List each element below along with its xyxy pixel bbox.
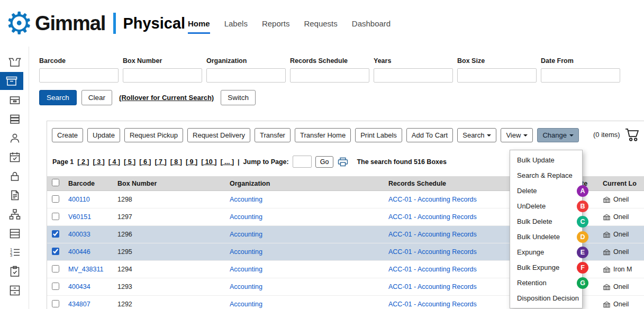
organization-link[interactable]: Accounting (230, 301, 262, 308)
menu-item-bulk-expunge[interactable]: Bulk Expunge (510, 260, 582, 275)
box-number-cell: 1292 (115, 296, 228, 309)
menu-item-delete[interactable]: Delete (510, 183, 582, 198)
page-link[interactable]: [ 2 ] (77, 158, 89, 166)
organization-link[interactable]: Accounting (230, 213, 262, 221)
menu-item-disposition-decision[interactable]: Disposition Decision (510, 290, 582, 306)
date-from-input[interactable] (541, 68, 620, 83)
numbered-list-icon[interactable]: 123 (0, 243, 29, 262)
cart-items-count: (0 items) (593, 131, 620, 139)
page-link[interactable]: [ 8 ] (170, 158, 182, 166)
barcode-link[interactable]: 400434 (68, 283, 90, 290)
records-schedule-link[interactable]: ACC-01 - Accounting Records (388, 248, 477, 256)
page-link[interactable]: [ 7 ] (155, 158, 166, 166)
years-input[interactable] (374, 68, 453, 83)
barcode-link[interactable]: V60151 (68, 213, 91, 221)
search-menu-button[interactable]: Search (457, 128, 496, 142)
select-all-checkbox[interactable] (52, 179, 59, 186)
page-link[interactable]: [ 10 ] (201, 158, 216, 166)
page-link[interactable]: [ 6 ] (139, 158, 151, 166)
page-link[interactable]: [ 4 ] (108, 158, 120, 166)
transfer-button[interactable]: Transfer (255, 128, 291, 142)
organization-input[interactable] (206, 68, 286, 83)
page-link[interactable]: [ 5 ] (124, 158, 135, 166)
search-button[interactable]: Search (39, 90, 77, 105)
clipboard-icon[interactable] (0, 262, 29, 281)
barcode-link[interactable]: 434807 (68, 301, 90, 308)
menu-item-expunge[interactable]: Expunge (510, 244, 582, 260)
barcode-link[interactable]: 400110 (68, 196, 90, 203)
archive-box-icon[interactable] (0, 72, 23, 90)
change-menu-button[interactable]: Change (537, 128, 579, 142)
row-checkbox[interactable] (52, 195, 59, 203)
jump-to-page-input[interactable] (293, 156, 312, 168)
printer-icon[interactable] (337, 157, 349, 167)
row-checkbox[interactable] (52, 230, 59, 238)
request-delivery-button[interactable]: Request Delivery (187, 128, 250, 142)
nav-item-requests[interactable]: Requests (304, 19, 337, 34)
go-button[interactable]: Go (315, 156, 334, 168)
transfer-home-button[interactable]: Transfer Home (295, 128, 351, 142)
view-menu-button[interactable]: View (501, 128, 533, 142)
barcode-link[interactable]: 400033 (68, 231, 90, 238)
nav-item-reports[interactable]: Reports (262, 19, 290, 34)
records-schedule-link[interactable]: ACC-01 - Accounting Records (388, 266, 477, 273)
organization-link[interactable]: Accounting (230, 266, 262, 273)
page-link[interactable]: [ 3 ] (93, 158, 105, 166)
building-icon (603, 266, 611, 273)
menu-item-bulk-undelete[interactable]: Bulk Undelete (510, 229, 582, 244)
barcode-link[interactable]: 400446 (68, 248, 90, 256)
menu-item-retention[interactable]: Retention (510, 275, 582, 290)
sitemap-icon[interactable] (0, 205, 29, 224)
menu-item-undelete[interactable]: UnDelete (510, 198, 582, 214)
menu-item-bulk-delete[interactable]: Bulk Delete (510, 214, 582, 229)
rollover-current-search-link[interactable]: (Rollover for Current Search) (119, 94, 214, 102)
row-checkbox[interactable] (52, 213, 59, 220)
records-schedule-link[interactable]: ACC-01 - Accounting Records (388, 283, 477, 290)
add-to-cart-button[interactable]: Add To Cart (406, 128, 453, 142)
document-icon[interactable] (0, 186, 29, 205)
storage-box-icon[interactable] (0, 90, 29, 110)
box-size-input[interactable] (457, 68, 537, 83)
organization-link[interactable]: Accounting (230, 283, 262, 290)
create-button[interactable]: Create (52, 128, 83, 142)
filter-label-records-schedule: Records Schedule (290, 57, 369, 65)
row-checkbox[interactable] (52, 300, 59, 307)
row-checkbox[interactable] (52, 283, 59, 290)
organization-link[interactable]: Accounting (230, 248, 262, 256)
print-labels-button[interactable]: Print Labels (355, 128, 402, 142)
records-schedule-link[interactable]: ACC-01 - Accounting Records (388, 231, 477, 238)
request-pickup-button[interactable]: Request Pickup (124, 128, 183, 142)
records-schedule-link[interactable]: ACC-01 - Accounting Records (388, 213, 477, 221)
clear-button[interactable]: Clear (81, 90, 112, 105)
box-number-input[interactable] (123, 68, 202, 83)
records-schedule-input[interactable] (290, 68, 369, 83)
barcode-link[interactable]: MV_438311 (68, 266, 104, 273)
file-drawer-icon[interactable] (0, 281, 29, 300)
nav-item-home[interactable]: Home (188, 19, 210, 34)
update-button[interactable]: Update (87, 128, 120, 142)
filter-label-organization: Organization (206, 57, 286, 65)
user-icon[interactable] (0, 129, 29, 148)
menu-item-search-replace[interactable]: Search & Replace (510, 168, 582, 183)
archive-list-icon[interactable] (0, 224, 29, 243)
row-checkbox[interactable] (52, 248, 59, 255)
menu-item-bulk-update[interactable]: Bulk Update (510, 152, 582, 168)
row-checkbox[interactable] (52, 265, 59, 272)
nav-item-labels[interactable]: Labels (224, 19, 248, 34)
stacked-boxes-icon[interactable] (0, 110, 29, 129)
records-schedule-link[interactable]: ACC-01 - Accounting Records (388, 301, 477, 308)
location-cell: Iron M (601, 261, 644, 278)
organization-link[interactable]: Accounting (230, 196, 262, 203)
switch-button[interactable]: Switch (221, 90, 256, 105)
open-box-icon[interactable] (0, 52, 29, 71)
shopping-cart-icon[interactable] (624, 128, 640, 142)
page-link[interactable]: [ 9 ] (186, 158, 197, 166)
lock-icon[interactable] (0, 167, 29, 186)
page-link-ellipsis[interactable]: [ ... ] (220, 158, 234, 166)
chevron-down-icon (569, 134, 574, 139)
nav-item-dashboard[interactable]: Dashboard (352, 19, 391, 34)
calendar-check-icon[interactable] (0, 148, 29, 167)
records-schedule-link[interactable]: ACC-01 - Accounting Records (388, 196, 477, 203)
organization-link[interactable]: Accounting (230, 231, 262, 238)
barcode-input[interactable] (39, 68, 119, 83)
